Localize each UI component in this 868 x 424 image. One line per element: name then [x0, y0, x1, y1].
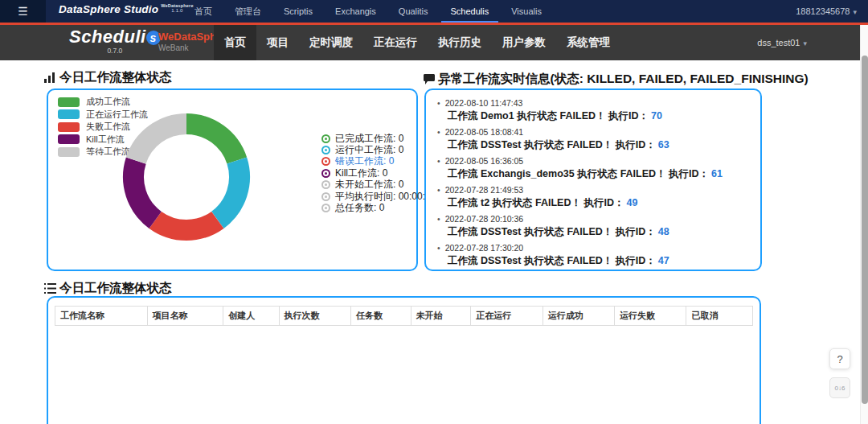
alert-timestamp: 2022-07-28 20:10:36: [445, 214, 524, 224]
alert-message: 工作流 DSSTest 执行状态 FAILED！ 执行ID：: [448, 226, 656, 237]
alert-message: 工作流 Exchangis_demo35 执行状态 FAILED！ 执行ID：: [448, 168, 709, 179]
bar-chart-icon: [44, 72, 56, 83]
stat-ring-icon: [321, 169, 330, 178]
table-header-cell[interactable]: 工作流名称: [55, 307, 148, 326]
stat-ring-icon: [321, 157, 330, 166]
top-nav-item[interactable]: Scriptis: [272, 0, 324, 23]
legend-swatch: [58, 122, 80, 132]
top-nav-item[interactable]: Exchangis: [324, 0, 387, 23]
alert-timestamp: 2022-08-10 11:47:43: [445, 98, 523, 108]
schedulis-logo[interactable]: Schedulis 0.7.0: [69, 27, 161, 55]
datasphere-logo[interactable]: DataSphere StudioWeDatasphere1.1.0: [59, 3, 194, 15]
legend-swatch: [58, 147, 80, 157]
alert-item: •2022-08-10 11:47:43 工作流 Demo1 执行状态 FAIL…: [437, 98, 749, 122]
top-navbar: ☰ DataSphere StudioWeDatasphere1.1.0 首页管…: [0, 0, 868, 23]
donut-chart[interactable]: [114, 105, 259, 249]
chevron-down-icon: ▾: [853, 8, 857, 16]
bullet-icon: •: [437, 185, 440, 195]
alerts-list: •2022-08-10 11:47:43 工作流 Demo1 执行状态 FAIL…: [426, 90, 760, 267]
schedulis-version: 0.7.0: [69, 47, 161, 55]
stat-ring-icon: [321, 146, 330, 154]
exec-id-link[interactable]: 61: [711, 168, 723, 179]
schedulis-nav-item[interactable]: 正在运行: [363, 25, 428, 60]
speech-bubble-icon: [424, 74, 435, 84]
exec-id-link[interactable]: 63: [658, 139, 669, 150]
schedulis-nav: 首页项目定时调度正在运行执行历史用户参数系统管理: [214, 25, 620, 60]
scrollbar-thumb[interactable]: [862, 56, 868, 404]
widget-icon: 0↓6: [835, 385, 845, 392]
schedulis-nav-item[interactable]: 项目: [256, 25, 299, 60]
hamburger-menu-button[interactable]: ☰: [0, 0, 46, 23]
table-header-cell[interactable]: 运行成功: [542, 307, 614, 326]
top-nav-item[interactable]: Visualis: [500, 0, 553, 23]
table-section-title-text: 今日工作流整体状态: [59, 280, 172, 297]
table-section-title: 今日工作流整体状态: [44, 280, 172, 297]
workflow-status-panel: 成功工作流 正在运行工作流 失败工作流 Kill工作流 等待工作流 已完成工作流…: [47, 89, 418, 271]
alert-timestamp: 2022-07-28 17:30:20: [445, 243, 524, 253]
bullet-icon: •: [437, 156, 440, 166]
workflow-stats-list: 已完成工作流: 0 运行中工作流: 0 错误工作流: 0 Kill工作流: 0 …: [321, 133, 436, 214]
alert-message: 工作流 DSSTest 执行状态 FAILED！ 执行ID：: [448, 139, 656, 150]
alerts-section-title-text: 异常工作流实时信息(状态: KILLED, FAILED, FAILED_FIN…: [438, 71, 809, 88]
table-header-cell[interactable]: 任务数: [351, 307, 411, 326]
top-nav-item[interactable]: Qualitis: [387, 0, 440, 23]
alert-timestamp: 2022-08-05 18:08:41: [445, 127, 524, 137]
list-icon: [44, 283, 56, 294]
schedulis-navbar: Schedulis 0.7.0 WeDataSphere WeBank 首页项目…: [0, 25, 868, 60]
alerts-section-title: 异常工作流实时信息(状态: KILLED, FAILED, FAILED_FIN…: [424, 71, 809, 88]
schedulis-home-page: ☰ DataSphere StudioWeDatasphere1.1.0 首页管…: [0, 0, 868, 424]
donut-section-title: 今日工作流整体状态: [44, 69, 172, 86]
alert-message: 工作流 t2 执行状态 FAILED！ 执行ID：: [448, 197, 624, 208]
table-header-cell[interactable]: 创建人: [223, 307, 279, 326]
alert-item: •2022-08-05 18:08:41 工作流 DSSTest 执行状态 FA…: [437, 127, 749, 151]
top-nav: 首页管理台ScriptisExchangisQualitisSchedulisV…: [183, 0, 553, 23]
bullet-icon: •: [437, 214, 440, 224]
datasphere-logo-text: DataSphere Studio: [59, 3, 158, 15]
exec-id-link[interactable]: 70: [651, 110, 662, 121]
legend-swatch: [58, 134, 80, 144]
stat-ring-icon: [321, 204, 330, 212]
dss-user-menu[interactable]: dss_test01▾: [757, 25, 807, 60]
alert-item: •2022-07-28 17:30:20 工作流 DSSTest 执行状态 FA…: [437, 243, 749, 267]
table-header-cell[interactable]: 执行次数: [279, 307, 350, 326]
bullet-icon: •: [437, 127, 440, 137]
exec-id-link[interactable]: 47: [658, 255, 669, 266]
table-header-cell[interactable]: 未开始: [411, 307, 471, 326]
schedulis-nav-item[interactable]: 首页: [214, 25, 256, 60]
schedulis-nav-item[interactable]: 系统管理: [556, 25, 620, 60]
bullet-icon: •: [437, 243, 440, 253]
hamburger-icon: ☰: [18, 6, 28, 17]
stat-row: 总任务数: 0: [321, 202, 436, 213]
legend-swatch: [58, 109, 80, 119]
table-header-cell[interactable]: 项目名称: [147, 307, 223, 326]
page-scrollbar[interactable]: [860, 25, 868, 424]
alert-item: •2022-07-28 20:10:36 工作流 DSSTest 执行状态 FA…: [437, 214, 749, 238]
chevron-down-icon: ▾: [803, 39, 807, 47]
top-nav-item[interactable]: 首页: [183, 0, 223, 23]
table-header-row: 工作流名称项目名称创建人执行次数任务数未开始正在运行运行成功运行失败已取消: [55, 307, 753, 326]
alert-message: 工作流 Demo1 执行状态 FAILED！ 执行ID：: [448, 110, 649, 121]
exec-id-link[interactable]: 48: [658, 226, 669, 237]
bullet-icon: •: [437, 98, 440, 108]
stat-ring-icon: [321, 134, 330, 143]
schedulis-nav-item[interactable]: 执行历史: [428, 25, 492, 60]
table-header-cell[interactable]: 已取消: [686, 307, 753, 326]
dss-username: dss_test01: [757, 38, 800, 47]
workflow-table: 工作流名称项目名称创建人执行次数任务数未开始正在运行运行成功运行失败已取消: [55, 306, 753, 326]
stat-ring-icon: [321, 180, 330, 189]
help-button[interactable]: ?: [829, 348, 850, 369]
top-nav-item[interactable]: 管理台: [223, 0, 272, 23]
schedulis-nav-item[interactable]: 用户参数: [492, 25, 556, 60]
top-nav-item[interactable]: Schedulis: [440, 0, 501, 23]
table-header-cell[interactable]: 正在运行: [471, 307, 542, 326]
user-account-menu[interactable]: 18812345678▾: [796, 0, 857, 23]
feedback-widget-button[interactable]: 0↓6: [829, 377, 850, 398]
workflow-table-panel: 工作流名称项目名称创建人执行次数任务数未开始正在运行运行成功运行失败已取消: [47, 296, 761, 424]
user-phone: 18812345678: [796, 6, 850, 16]
table-header-cell[interactable]: 运行失败: [615, 307, 686, 326]
abnormal-workflow-panel: •2022-08-10 11:47:43 工作流 Demo1 执行状态 FAIL…: [424, 89, 762, 271]
question-mark-icon: ?: [837, 353, 842, 365]
exec-id-link[interactable]: 49: [626, 197, 637, 208]
alert-item: •2022-08-05 16:36:05 工作流 Exchangis_demo3…: [437, 156, 749, 180]
schedulis-nav-item[interactable]: 定时调度: [299, 25, 363, 60]
